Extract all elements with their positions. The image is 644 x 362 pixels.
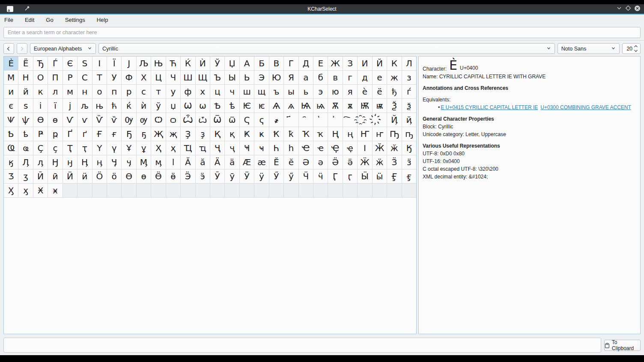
char-cell[interactable]: ҫ: [48, 141, 62, 155]
char-cell[interactable]: Ҧ: [387, 127, 401, 141]
char-cell[interactable]: Ҷ: [210, 141, 224, 155]
char-cell[interactable]: Ҩ: [4, 141, 18, 155]
char-cell[interactable]: ч: [225, 85, 239, 98]
char-cell[interactable]: Ң: [328, 127, 342, 141]
char-cell[interactable]: ѯ: [402, 99, 416, 113]
char-cell[interactable]: ӡ: [18, 169, 33, 183]
char-cell[interactable]: ӗ: [284, 155, 298, 169]
char-cell[interactable]: ќ: [122, 99, 136, 113]
char-cell[interactable]: ң: [343, 127, 357, 141]
result-text-input[interactable]: [3, 338, 601, 353]
char-cell[interactable]: ә: [313, 155, 328, 169]
char-cell[interactable]: Й: [373, 56, 387, 70]
char-cell[interactable]: ҅: [313, 113, 328, 127]
char-cell[interactable]: ћ: [107, 99, 121, 113]
char-cell[interactable]: Ӡ: [4, 169, 18, 183]
char-cell[interactable]: ҭ: [78, 141, 92, 155]
char-cell[interactable]: Ӎ: [137, 155, 151, 169]
font-select[interactable]: Noto Sans: [558, 43, 620, 54]
char-cell[interactable]: Ҁ: [240, 113, 254, 127]
char-cell[interactable]: ӹ: [373, 169, 387, 183]
font-size-spinner[interactable]: 20: [622, 43, 641, 54]
menu-item-help[interactable]: Help: [96, 16, 109, 24]
char-cell[interactable]: Ч: [166, 71, 180, 84]
char-cell[interactable]: Ѥ: [240, 99, 254, 113]
char-cell[interactable]: К: [387, 56, 401, 70]
char-cell[interactable]: ҈: [358, 113, 372, 127]
char-cell[interactable]: ӂ: [387, 141, 401, 155]
char-cell[interactable]: Ѣ: [210, 99, 224, 113]
char-cell[interactable]: П: [48, 71, 62, 84]
char-cell[interactable]: ѕ: [18, 99, 33, 113]
char-cell[interactable]: а: [299, 71, 313, 84]
char-cell[interactable]: ӵ: [313, 169, 328, 183]
char-cell[interactable]: ӥ: [78, 169, 92, 183]
char-cell[interactable]: Ҿ: [328, 141, 342, 155]
char-cell[interactable]: ө: [137, 169, 151, 183]
char-cell[interactable]: м: [63, 85, 77, 98]
char-cell[interactable]: ҋ: [402, 113, 416, 127]
char-cell[interactable]: Ҙ: [181, 127, 195, 141]
char-cell[interactable]: Һ: [269, 141, 283, 155]
char-cell[interactable]: Ѕ: [78, 56, 92, 70]
char-cell[interactable]: н: [78, 85, 92, 98]
char-cell[interactable]: ѫ: [343, 99, 357, 113]
char-cell[interactable]: ҍ: [18, 127, 33, 141]
char-cell[interactable]: Ӧ: [92, 169, 107, 183]
char-cell[interactable]: ӛ: [343, 155, 357, 169]
char-cell[interactable]: ѭ: [373, 99, 387, 113]
char-cell[interactable]: Ӭ: [181, 169, 195, 183]
char-cell[interactable]: Ҕ: [122, 127, 136, 141]
char-cell[interactable]: С: [78, 71, 92, 84]
char-cell[interactable]: Ӻ: [387, 169, 401, 183]
char-cell[interactable]: Њ: [151, 56, 165, 70]
char-cell[interactable]: ұ: [137, 141, 151, 155]
char-cell[interactable]: ф: [181, 85, 195, 98]
char-cell[interactable]: Ә: [299, 155, 313, 169]
char-cell[interactable]: Э: [254, 71, 268, 84]
char-cell[interactable]: Ѯ: [387, 99, 401, 113]
char-cell[interactable]: Ҥ: [358, 127, 372, 141]
char-cell[interactable]: ѱ: [18, 113, 33, 127]
char-cell[interactable]: ѣ: [225, 99, 239, 113]
back-button[interactable]: [3, 43, 14, 54]
char-cell[interactable]: Е: [313, 56, 328, 70]
char-cell[interactable]: Я: [284, 71, 298, 84]
char-cell[interactable]: ү: [107, 141, 121, 155]
menu-item-settings[interactable]: Settings: [64, 16, 86, 24]
char-cell[interactable]: Ъ: [210, 71, 224, 84]
char-cell[interactable]: Ӥ: [63, 169, 77, 183]
forward-button[interactable]: [17, 43, 27, 54]
char-cell[interactable]: ӑ: [196, 155, 210, 169]
char-cell[interactable]: Ј: [122, 56, 136, 70]
search-input[interactable]: [3, 27, 641, 38]
char-cell[interactable]: ї: [48, 99, 62, 113]
char-cell[interactable]: ӟ: [402, 155, 416, 169]
char-cell[interactable]: ҏ: [48, 127, 62, 141]
char-cell[interactable]: е: [373, 71, 387, 84]
char-cell[interactable]: о: [92, 85, 107, 98]
char-cell[interactable]: Ӈ: [48, 155, 62, 169]
char-cell[interactable]: Ы: [225, 71, 239, 84]
spinner-down-icon[interactable]: [634, 49, 638, 52]
char-cell[interactable]: Ҹ: [240, 141, 254, 155]
char-cell[interactable]: қ: [225, 127, 239, 141]
char-cell[interactable]: г: [343, 71, 357, 84]
category-select[interactable]: European Alphabets: [30, 43, 96, 54]
char-cell[interactable]: ӊ: [92, 155, 107, 169]
char-cell[interactable]: М: [4, 71, 18, 84]
char-cell[interactable]: Ӽ: [4, 184, 18, 197]
char-cell[interactable]: ҳ: [166, 141, 180, 155]
char-cell[interactable]: Ѿ: [210, 113, 224, 127]
char-cell[interactable]: Ұ: [122, 141, 136, 155]
char-cell[interactable]: Ӆ: [18, 155, 33, 169]
char-cell[interactable]: Ѩ: [299, 99, 313, 113]
char-cell[interactable]: Ӓ: [210, 155, 224, 169]
char-cell[interactable]: Т: [92, 71, 107, 84]
char-cell[interactable]: Ѹ: [122, 113, 136, 127]
char-cell[interactable]: Ѵ: [63, 113, 77, 127]
char-cell[interactable]: Щ: [196, 71, 210, 84]
char-cell[interactable]: Ӯ: [210, 169, 224, 183]
char-cell[interactable]: Б: [254, 56, 268, 70]
char-cell[interactable]: ҧ: [402, 127, 416, 141]
